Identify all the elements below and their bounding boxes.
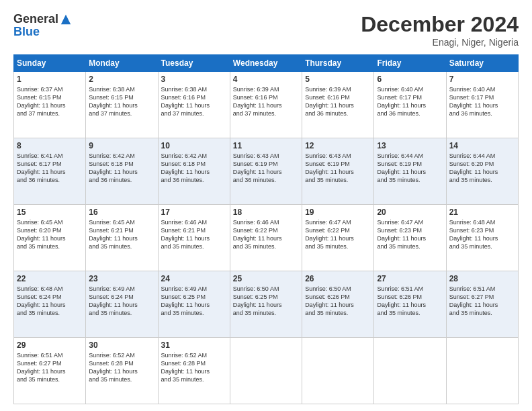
calendar-cell: 19Sunrise: 6:47 AMSunset: 6:22 PMDayligh… (302, 205, 374, 271)
calendar-cell: 6Sunrise: 6:40 AMSunset: 6:17 PMDaylight… (374, 72, 446, 138)
page: General Blue December 2024 Enagi, Niger,… (0, 0, 532, 411)
calendar-cell: 14Sunrise: 6:44 AMSunset: 6:20 PMDayligh… (446, 138, 518, 205)
calendar-cell: 18Sunrise: 6:46 AMSunset: 6:22 PMDayligh… (230, 205, 302, 271)
cell-text: Sunrise: 6:51 AMSunset: 6:27 PMDaylight:… (449, 285, 498, 316)
day-number: 20 (377, 208, 443, 217)
day-number: 19 (305, 208, 371, 217)
cell-text: Sunrise: 6:37 AMSunset: 6:15 PMDaylight:… (17, 86, 66, 117)
day-number: 15 (17, 208, 83, 217)
day-number: 17 (161, 208, 227, 217)
cell-text: Sunrise: 6:44 AMSunset: 6:19 PMDaylight:… (377, 152, 426, 183)
cell-text: Sunrise: 6:38 AMSunset: 6:16 PMDaylight:… (161, 86, 210, 117)
calendar-header-wednesday: Wednesday (230, 55, 302, 72)
calendar-header-sunday: Sunday (14, 55, 86, 72)
calendar-cell: 10Sunrise: 6:42 AMSunset: 6:18 PMDayligh… (158, 138, 230, 205)
day-number: 10 (161, 141, 227, 150)
cell-text: Sunrise: 6:46 AMSunset: 6:21 PMDaylight:… (161, 219, 210, 250)
calendar-header-thursday: Thursday (302, 55, 374, 72)
cell-text: Sunrise: 6:46 AMSunset: 6:22 PMDaylight:… (233, 219, 282, 250)
day-number: 24 (161, 274, 227, 283)
cell-text: Sunrise: 6:49 AMSunset: 6:24 PMDaylight:… (89, 285, 138, 316)
calendar-cell: 17Sunrise: 6:46 AMSunset: 6:21 PMDayligh… (158, 205, 230, 271)
day-number: 13 (377, 141, 443, 150)
calendar-cell: 29Sunrise: 6:51 AMSunset: 6:27 PMDayligh… (14, 338, 86, 404)
day-number: 18 (233, 208, 299, 217)
calendar-cell: 24Sunrise: 6:49 AMSunset: 6:25 PMDayligh… (158, 271, 230, 338)
day-number: 5 (305, 75, 371, 84)
cell-text: Sunrise: 6:42 AMSunset: 6:18 PMDaylight:… (89, 152, 138, 183)
calendar-cell: 20Sunrise: 6:47 AMSunset: 6:23 PMDayligh… (374, 205, 446, 271)
cell-text: Sunrise: 6:49 AMSunset: 6:25 PMDaylight:… (161, 285, 210, 316)
calendar-cell: 15Sunrise: 6:45 AMSunset: 6:20 PMDayligh… (14, 205, 86, 271)
cell-text: Sunrise: 6:52 AMSunset: 6:28 PMDaylight:… (89, 352, 138, 383)
day-number: 26 (305, 274, 371, 283)
day-number: 31 (161, 340, 227, 350)
day-number: 21 (449, 208, 515, 217)
calendar-cell: 16Sunrise: 6:45 AMSunset: 6:21 PMDayligh… (86, 205, 158, 271)
day-number: 23 (89, 274, 154, 283)
cell-text: Sunrise: 6:45 AMSunset: 6:21 PMDaylight:… (89, 219, 138, 250)
calendar-week-4: 22Sunrise: 6:48 AMSunset: 6:24 PMDayligh… (14, 271, 519, 338)
day-number: 30 (89, 340, 154, 350)
calendar-cell: 7Sunrise: 6:40 AMSunset: 6:17 PMDaylight… (446, 72, 518, 138)
calendar-cell: 4Sunrise: 6:39 AMSunset: 6:16 PMDaylight… (230, 72, 302, 138)
calendar: SundayMondayTuesdayWednesdayThursdayFrid… (13, 54, 519, 404)
cell-text: Sunrise: 6:51 AMSunset: 6:27 PMDaylight:… (17, 352, 66, 383)
cell-text: Sunrise: 6:50 AMSunset: 6:26 PMDaylight:… (305, 285, 354, 316)
calendar-cell: 5Sunrise: 6:39 AMSunset: 6:16 PMDaylight… (302, 72, 374, 138)
cell-text: Sunrise: 6:50 AMSunset: 6:25 PMDaylight:… (233, 285, 282, 316)
title-block: December 2024 Enagi, Niger, Nigeria (361, 12, 519, 48)
calendar-cell: 23Sunrise: 6:49 AMSunset: 6:24 PMDayligh… (86, 271, 158, 338)
calendar-header-saturday: Saturday (446, 55, 518, 72)
cell-text: Sunrise: 6:39 AMSunset: 6:16 PMDaylight:… (305, 86, 354, 117)
day-number: 27 (377, 274, 443, 283)
day-number: 11 (233, 141, 299, 150)
cell-text: Sunrise: 6:38 AMSunset: 6:15 PMDaylight:… (89, 86, 138, 117)
calendar-cell (374, 338, 446, 404)
cell-text: Sunrise: 6:41 AMSunset: 6:17 PMDaylight:… (17, 152, 66, 183)
logo: General Blue (13, 12, 72, 39)
svg-marker-0 (61, 14, 71, 24)
calendar-week-1: 1Sunrise: 6:37 AMSunset: 6:15 PMDaylight… (14, 72, 519, 138)
day-number: 16 (89, 208, 154, 217)
month-title: December 2024 (361, 12, 519, 37)
calendar-cell: 3Sunrise: 6:38 AMSunset: 6:16 PMDaylight… (158, 72, 230, 138)
calendar-cell (230, 338, 302, 404)
cell-text: Sunrise: 6:47 AMSunset: 6:23 PMDaylight:… (377, 219, 426, 250)
cell-text: Sunrise: 6:43 AMSunset: 6:19 PMDaylight:… (305, 152, 354, 183)
header: General Blue December 2024 Enagi, Niger,… (13, 12, 519, 48)
calendar-header-tuesday: Tuesday (158, 55, 230, 72)
calendar-cell: 25Sunrise: 6:50 AMSunset: 6:25 PMDayligh… (230, 271, 302, 338)
calendar-cell (302, 338, 374, 404)
calendar-cell: 21Sunrise: 6:48 AMSunset: 6:23 PMDayligh… (446, 205, 518, 271)
day-number: 25 (233, 274, 299, 283)
day-number: 22 (17, 274, 83, 283)
day-number: 1 (17, 75, 83, 84)
cell-text: Sunrise: 6:48 AMSunset: 6:24 PMDaylight:… (17, 285, 66, 316)
cell-text: Sunrise: 6:40 AMSunset: 6:17 PMDaylight:… (377, 86, 426, 117)
calendar-cell: 2Sunrise: 6:38 AMSunset: 6:15 PMDaylight… (86, 72, 158, 138)
calendar-header-monday: Monday (86, 55, 158, 72)
cell-text: Sunrise: 6:48 AMSunset: 6:23 PMDaylight:… (449, 219, 498, 250)
day-number: 9 (89, 141, 154, 150)
calendar-cell: 9Sunrise: 6:42 AMSunset: 6:18 PMDaylight… (86, 138, 158, 205)
location: Enagi, Niger, Nigeria (361, 37, 519, 48)
calendar-cell: 26Sunrise: 6:50 AMSunset: 6:26 PMDayligh… (302, 271, 374, 338)
cell-text: Sunrise: 6:47 AMSunset: 6:22 PMDaylight:… (305, 219, 354, 250)
calendar-header-row: SundayMondayTuesdayWednesdayThursdayFrid… (14, 55, 519, 72)
cell-text: Sunrise: 6:39 AMSunset: 6:16 PMDaylight:… (233, 86, 282, 117)
logo-icon (60, 13, 72, 26)
calendar-cell: 8Sunrise: 6:41 AMSunset: 6:17 PMDaylight… (14, 138, 86, 205)
cell-text: Sunrise: 6:43 AMSunset: 6:19 PMDaylight:… (233, 152, 282, 183)
day-number: 2 (89, 75, 154, 84)
calendar-cell: 13Sunrise: 6:44 AMSunset: 6:19 PMDayligh… (374, 138, 446, 205)
day-number: 7 (449, 75, 515, 84)
calendar-week-5: 29Sunrise: 6:51 AMSunset: 6:27 PMDayligh… (14, 338, 519, 404)
calendar-cell: 1Sunrise: 6:37 AMSunset: 6:15 PMDaylight… (14, 72, 86, 138)
cell-text: Sunrise: 6:52 AMSunset: 6:28 PMDaylight:… (161, 352, 210, 383)
calendar-header-friday: Friday (374, 55, 446, 72)
calendar-cell: 28Sunrise: 6:51 AMSunset: 6:27 PMDayligh… (446, 271, 518, 338)
calendar-week-2: 8Sunrise: 6:41 AMSunset: 6:17 PMDaylight… (14, 138, 519, 205)
day-number: 14 (449, 141, 515, 150)
day-number: 8 (17, 141, 83, 150)
